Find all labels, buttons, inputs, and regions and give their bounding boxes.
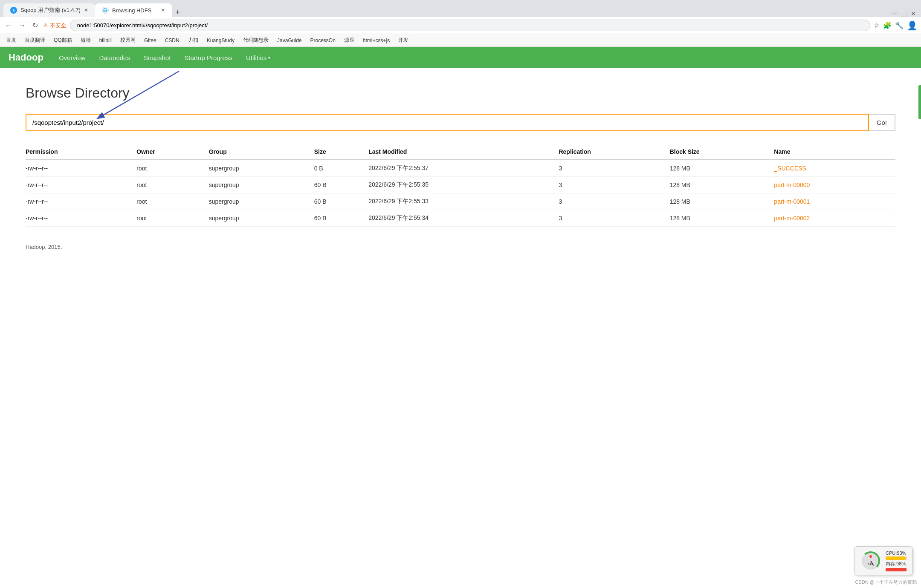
cell-permission: -rw-r--r--: [26, 210, 136, 227]
bookmark-dev[interactable]: 开发: [396, 36, 411, 45]
bookmark-qqmail[interactable]: QQ邮箱: [51, 36, 75, 45]
bookmark-daima[interactable]: 代码随想录: [240, 36, 271, 45]
cell-owner: root: [136, 177, 209, 193]
bookmarks-bar: 百度 百度翻译 QQ邮箱 微博 bilibili 校园网 Gitee CSDN …: [0, 34, 921, 47]
cell-replication: 3: [559, 177, 669, 193]
cell-owner: root: [136, 210, 209, 227]
account-icon[interactable]: 👤: [907, 20, 918, 31]
table-row: -rw-r--r-- root supergroup 60 B 2022/6/2…: [26, 177, 895, 193]
file-link[interactable]: part-m-00001: [774, 198, 810, 205]
forward-button[interactable]: →: [17, 20, 27, 31]
cell-name[interactable]: part-m-00001: [774, 193, 895, 210]
cell-group: supergroup: [209, 177, 314, 193]
bookmark-gitee[interactable]: Gitee: [142, 37, 159, 44]
nav-overview[interactable]: Overview: [52, 47, 93, 68]
address-bar: ← → ↻ ⚠ 不安全 ☆ 🧩 🔧 👤: [0, 17, 921, 34]
main-content: Browse Directory Go! Permission Owner Gr…: [0, 68, 921, 267]
cell-permission: -rw-r--r--: [26, 177, 136, 193]
cell-block-size: 128 MB: [670, 160, 774, 177]
col-owner: Owner: [136, 144, 209, 160]
page-title: Browse Directory: [26, 85, 895, 101]
col-permission: Permission: [26, 144, 136, 160]
cell-last-modified: 2022/6/29 下午2:55:37: [368, 160, 559, 177]
table-body: -rw-r--r-- root supergroup 0 B 2022/6/29…: [26, 160, 895, 227]
security-warning: ⚠ 不安全: [43, 22, 67, 29]
file-link[interactable]: part-m-00002: [774, 215, 810, 222]
bookmark-yuanchen[interactable]: 源辰: [342, 36, 357, 45]
utilities-label: Utilities: [246, 54, 266, 61]
cell-replication: 3: [559, 193, 669, 210]
minimize-button[interactable]: ─: [892, 10, 897, 17]
nav-datanodes[interactable]: Datanodes: [92, 47, 137, 68]
hdfs-tab-icon: 🌐: [102, 7, 109, 14]
utilities-dropdown-arrow: ▾: [268, 55, 270, 60]
cell-size: 60 B: [314, 210, 368, 227]
refresh-button[interactable]: ↻: [31, 20, 40, 31]
nav-snapshot[interactable]: Snapshot: [137, 47, 177, 68]
table-row: -rw-r--r-- root supergroup 0 B 2022/6/29…: [26, 160, 895, 177]
bookmark-bilibili[interactable]: bilibili: [97, 37, 114, 44]
bookmark-baidu[interactable]: 百度: [3, 36, 19, 45]
tab-hdfs[interactable]: 🌐 Browsing HDFS ✕: [95, 3, 172, 17]
bookmark-liko[interactable]: 力扣: [185, 36, 201, 45]
col-size: Size: [314, 144, 368, 160]
path-input[interactable]: [26, 114, 869, 131]
cell-block-size: 128 MB: [670, 177, 774, 193]
extension-icon-2[interactable]: 🔧: [895, 21, 904, 29]
bookmark-weibo[interactable]: 微博: [78, 36, 93, 45]
address-input[interactable]: [70, 20, 870, 31]
close-button[interactable]: ✕: [911, 10, 916, 17]
cell-permission: -rw-r--r--: [26, 160, 136, 177]
file-link[interactable]: _SUCCESS: [774, 165, 806, 172]
tab-bar: S Sqoop 用户指南 (v1.4.7) ✕ 🌐 Browsing HDFS …: [0, 0, 921, 17]
cell-name[interactable]: part-m-00002: [774, 210, 895, 227]
bookmark-csdn[interactable]: CSDN: [162, 37, 182, 44]
cell-block-size: 128 MB: [670, 210, 774, 227]
cell-owner: root: [136, 160, 209, 177]
maximize-button[interactable]: ⬜: [900, 10, 907, 17]
bookmark-java[interactable]: JavaGuide: [275, 37, 304, 44]
hadoop-logo: Hadoop: [9, 52, 43, 63]
cell-group: supergroup: [209, 160, 314, 177]
col-last-modified: Last Modified: [368, 144, 559, 160]
col-replication: Replication: [559, 144, 669, 160]
file-link[interactable]: part-m-00000: [774, 182, 810, 188]
path-form: Go!: [26, 114, 895, 131]
cell-name[interactable]: _SUCCESS: [774, 160, 895, 177]
cell-size: 60 B: [314, 193, 368, 210]
new-tab-button[interactable]: +: [172, 8, 183, 17]
extension-icon-1[interactable]: 🧩: [883, 21, 892, 29]
bookmark-star-icon[interactable]: ☆: [874, 21, 880, 29]
bookmark-htmlcss[interactable]: html+css+js: [360, 37, 392, 44]
bookmark-processon[interactable]: ProcessOn: [307, 37, 338, 44]
cell-size: 0 B: [314, 160, 368, 177]
side-panel: [918, 85, 921, 119]
tab-hdfs-label: Browsing HDFS: [112, 7, 151, 14]
tab-close-hdfs[interactable]: ✕: [161, 7, 165, 13]
table-header: Permission Owner Group Size Last Modifie…: [26, 144, 895, 160]
cell-name[interactable]: part-m-00000: [774, 177, 895, 193]
col-name: Name: [774, 144, 895, 160]
cell-permission: -rw-r--r--: [26, 193, 136, 210]
bookmark-xiaoyuan[interactable]: 校园网: [118, 36, 138, 45]
tab-close-sqoop[interactable]: ✕: [84, 7, 88, 13]
cell-group: supergroup: [209, 193, 314, 210]
nav-startup-progress[interactable]: Startup Progress: [177, 47, 239, 68]
cell-last-modified: 2022/6/29 下午2:55:33: [368, 193, 559, 210]
cell-last-modified: 2022/6/29 下午2:55:35: [368, 177, 559, 193]
tab-sqoop-label: Sqoop 用户指南 (v1.4.7): [20, 6, 81, 14]
tab-sqoop[interactable]: S Sqoop 用户指南 (v1.4.7) ✕: [3, 3, 95, 17]
go-button[interactable]: Go!: [869, 114, 895, 131]
col-group: Group: [209, 144, 314, 160]
bookmark-fanyi[interactable]: 百度翻译: [22, 36, 48, 45]
cell-group: supergroup: [209, 210, 314, 227]
back-button[interactable]: ←: [3, 20, 14, 31]
bookmark-kuang[interactable]: KuangStudy: [204, 37, 237, 44]
hadoop-navbar: Hadoop Overview Datanodes Snapshot Start…: [0, 47, 921, 68]
nav-utilities[interactable]: Utilities ▾: [239, 47, 277, 68]
cell-replication: 3: [559, 210, 669, 227]
cell-last-modified: 2022/6/29 下午2:55:34: [368, 210, 559, 227]
table-row: -rw-r--r-- root supergroup 60 B 2022/6/2…: [26, 210, 895, 227]
cell-owner: root: [136, 193, 209, 210]
cell-block-size: 128 MB: [670, 193, 774, 210]
